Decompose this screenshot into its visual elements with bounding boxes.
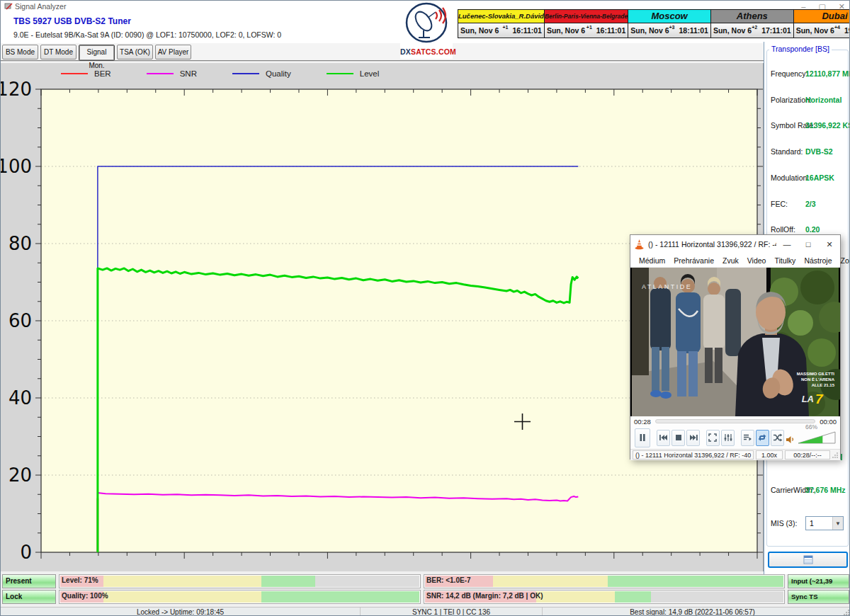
now-playing-field: () - 12111 Horizontal 31396,922 / RF: -4… <box>633 450 754 460</box>
vlc-video-area[interactable]: ATLANTIDE MASSIMO GILETTI NON È L'ARENA … <box>630 268 840 416</box>
chevron-down-icon: ▼ <box>832 517 843 530</box>
carrierwidth-value: 37,676 MHz <box>805 486 846 494</box>
clock-dubai: Dubai Sun, Nov 6+419:11:01 <box>794 10 850 38</box>
clock-time: Sun, Nov 6+419:11:01 <box>794 23 850 38</box>
bar-label: BER: <1.0E-7 <box>426 576 471 584</box>
tab-dt-mode[interactable]: DT Mode <box>40 45 76 59</box>
vlc-menu-video[interactable]: Video <box>743 256 771 265</box>
svg-text:100: 100 <box>1 156 32 177</box>
indicator-present: Present <box>2 574 56 588</box>
field-value: 0.20 <box>805 225 820 234</box>
svg-text:40: 40 <box>8 387 32 409</box>
clock-berlin-paris-vienna-belgrade: Berlin-Paris-Vienna-Belgrade Sun, Nov 6+… <box>545 10 628 38</box>
playlist-icon[interactable] <box>741 430 754 446</box>
previous-icon[interactable] <box>657 430 670 446</box>
field-label: Modulation: <box>771 173 809 182</box>
bar-segment <box>608 576 783 587</box>
bar-label: SNR: 14,2 dB (Margin: 7,2 dB | OK) <box>426 592 543 600</box>
progress-bar-level: Level: 71% <box>59 574 421 588</box>
pause-icon[interactable] <box>635 428 650 447</box>
chart-legend: BERSNRQualityLevel <box>61 67 379 80</box>
elapsed-time: 00:28 <box>634 418 651 426</box>
indicator-lock: Lock <box>2 590 56 604</box>
svg-text:60: 60 <box>8 310 32 331</box>
speaker-icon[interactable] <box>786 435 795 444</box>
vlc-menu-bar: MédiumPrehrávanieZvukVideoTitulkyNástroj… <box>630 253 840 268</box>
tab-signal-mon-[interactable]: Signal Mon. <box>79 45 115 61</box>
svg-text:0: 0 <box>20 542 32 563</box>
transponder-field-standard: Standard: DVB-S2 <box>764 147 850 157</box>
clock-time: Sun, Nov 6+116:11:01 <box>545 23 628 38</box>
clock-time: Sun, Nov 6+116:11:01 <box>458 23 544 38</box>
field-value: 12110,877 MHz <box>805 69 850 78</box>
legend-line <box>61 73 88 74</box>
legend-item-quality: Quality <box>232 69 291 78</box>
mode-tabs: BS ModeDT ModeSignal Mon.TSA (OK)AV Play… <box>1 44 764 62</box>
bar-segment <box>103 576 261 587</box>
vlc-maximize-icon[interactable]: □ <box>798 235 819 253</box>
random-icon[interactable] <box>771 430 784 446</box>
vlc-title-bar[interactable]: () - 12111 Horizontal 31396,922 / RF: -4… <box>630 235 840 253</box>
channel-watermark: ATLANTIDE <box>642 283 692 290</box>
seek-slider[interactable] <box>655 419 815 423</box>
transponder-field-frequency: Frequency: 12110,877 MHz <box>764 69 850 79</box>
fullscreen-icon[interactable] <box>706 430 720 446</box>
extended-settings-icon[interactable] <box>721 430 735 446</box>
legend-label: Quality <box>266 69 291 78</box>
lock-uptime-status: Locked -> Uptime: 09:18:45 <box>1 608 361 616</box>
app-icon <box>4 2 13 11</box>
indicator-input-mbps-: Input (~21,39 Mbps) <box>788 574 849 588</box>
panel-list-button[interactable] <box>768 552 848 568</box>
promo-line-3: ALLE 21.15 <box>812 383 835 387</box>
window-resize-grip[interactable] <box>842 608 850 616</box>
next-icon[interactable] <box>686 430 700 446</box>
playback-speed-field[interactable]: 1.00x <box>756 450 783 460</box>
vlc-minimize-icon[interactable]: — <box>776 235 798 253</box>
legend-label: SNR <box>180 69 197 78</box>
promo-line-1: MASSIMO GILETTI <box>797 372 835 376</box>
indicator-sync-ts: Sync TS <box>788 590 849 604</box>
field-label: Frequency: <box>771 69 808 78</box>
bar-segment <box>261 576 315 587</box>
vlc-menu-zvuk[interactable]: Zvuk <box>718 256 743 265</box>
stop-icon[interactable] <box>672 430 685 446</box>
vlc-menu-prehrvanie[interactable]: Prehrávanie <box>669 256 718 265</box>
field-value: DVB-S2 <box>805 147 833 156</box>
mis-row: MIS (3): 1 ▼ <box>764 519 850 529</box>
progress-bar-snr: SNR: 14,2 dB (Margin: 7,2 dB | OK) <box>424 590 785 604</box>
satellite-dish-icon <box>404 2 448 45</box>
volume-percent: 66% <box>805 423 817 430</box>
best-signal-status: Best signal: 14,9 dB (2022-11-06 06:57) <box>543 608 842 616</box>
clock-city: Lučenec-Slovakia_R.Dávid <box>458 10 544 23</box>
bar-segment <box>493 576 608 587</box>
volume-slider[interactable] <box>798 431 836 444</box>
vlc-menu-mdium[interactable]: Médium <box>635 256 669 265</box>
resize-grip-icon[interactable] <box>832 452 838 458</box>
mis-label: MIS (3): <box>771 519 797 527</box>
transponder-field-polarization: Polarization: Horizontal <box>764 96 850 105</box>
time-field[interactable]: 00:28/--:-- <box>785 450 830 460</box>
field-label: RollOff: <box>771 225 795 234</box>
loop-icon[interactable] <box>756 430 769 446</box>
world-clocks: Lučenec-Slovakia_R.Dávid Sun, Nov 6+116:… <box>458 9 849 38</box>
vlc-menu-titulky[interactable]: Titulky <box>770 256 800 265</box>
tab-tsa-ok-[interactable]: TSA (OK) <box>117 45 153 59</box>
svg-text:20: 20 <box>8 464 32 486</box>
legend-line <box>327 73 353 74</box>
vlc-close-icon[interactable]: ✕ <box>819 235 840 253</box>
transponder-field-fec: FEC: 2/3 <box>764 200 850 210</box>
legend-item-level: Level <box>327 69 380 78</box>
bar-segment <box>315 576 419 587</box>
tab-av-player[interactable]: AV Player <box>155 45 191 59</box>
legend-line <box>232 73 259 74</box>
field-label: FEC: <box>771 200 788 208</box>
field-value: Horizontal <box>805 96 842 104</box>
tab-bs-mode[interactable]: BS Mode <box>2 45 38 59</box>
bar-label: Quality: 100% <box>62 592 108 600</box>
field-value: 31396,922 KS/s <box>805 121 850 130</box>
clock-time: Sun, Nov 6+217:11:01 <box>711 23 793 38</box>
vlc-menu-nstroje[interactable]: Nástroje <box>800 256 836 265</box>
vlc-menu-zobrazi[interactable]: Zobraziť <box>836 256 850 265</box>
legend-line <box>147 73 174 74</box>
mis-dropdown[interactable]: 1 ▼ <box>805 516 844 530</box>
